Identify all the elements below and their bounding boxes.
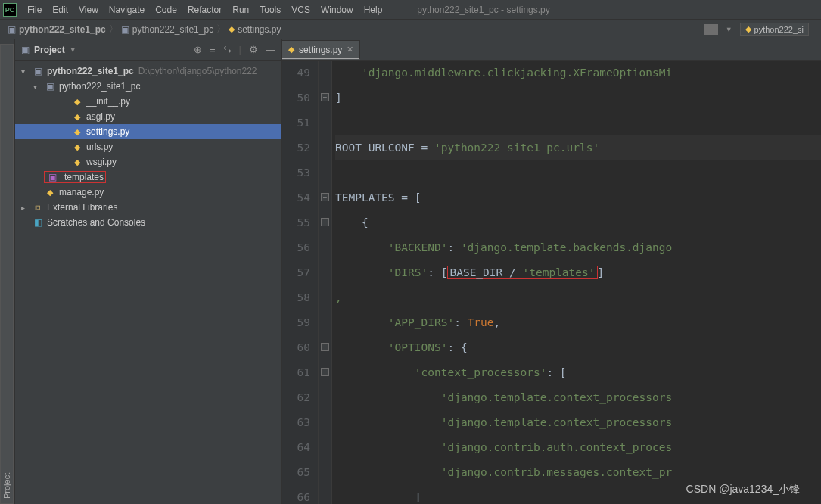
folder-icon: ▣ <box>121 24 129 35</box>
crumb-sep-icon: 〉 <box>109 23 118 36</box>
fold-start-icon[interactable]: – <box>321 368 329 376</box>
python-file-icon: ◆ <box>229 24 235 34</box>
project-panel: ▣ Project ▼ ⊕ ≡ ⇆ | ⚙ — ▾▣ python222_sit… <box>15 39 282 504</box>
python-file-icon: ◆ <box>71 127 83 137</box>
watermark: CSDN @java1234_小锋 <box>686 483 800 496</box>
tree-file-asgi[interactable]: ◆ asgi.py <box>15 109 281 124</box>
python-file-icon: ◆ <box>44 188 56 198</box>
chevron-down-icon[interactable]: ▼ <box>726 26 732 33</box>
project-tree: ▾▣ python222_site1_pcD:\python\django5\p… <box>15 61 281 233</box>
titlebar: PC File Edit View Navigate Code Refactor… <box>0 0 821 20</box>
crumb-pkg[interactable]: ▣ python222_site1_pc <box>121 24 213 35</box>
project-title: Project <box>34 45 65 55</box>
menu-help[interactable]: Help <box>359 3 387 17</box>
tree-file-urls[interactable]: ◆ urls.py <box>15 139 281 154</box>
python-file-icon: ◆ <box>71 112 83 122</box>
editor-tab-settings[interactable]: ◆ settings.py ✕ <box>282 40 360 60</box>
code-content[interactable]: 'django.middleware.clickjacking.XFrameOp… <box>332 61 821 504</box>
menu-tools[interactable]: Tools <box>255 3 285 17</box>
fold-start-icon[interactable]: – <box>321 343 329 351</box>
tree-file-init[interactable]: ◆ __init__.py <box>15 94 281 109</box>
project-toolbar: ▣ Project ▼ ⊕ ≡ ⇆ | ⚙ — <box>15 39 281 61</box>
tree-file-wsgi[interactable]: ◆ wsgi.py <box>15 154 281 170</box>
tree-manage[interactable]: ◆ manage.py <box>15 185 281 200</box>
menu-code[interactable]: Code <box>151 3 182 17</box>
fold-end-icon[interactable]: – <box>321 93 329 101</box>
app-icon: PC <box>3 3 17 17</box>
gear-icon[interactable]: ⚙ <box>249 44 258 55</box>
main-area: Project ▣ Project ▼ ⊕ ≡ ⇆ | ⚙ — ▾▣ pytho… <box>0 39 821 504</box>
folder-icon: ▣ <box>44 81 56 92</box>
tree-ext-libs[interactable]: ▸⧈ External Libraries <box>15 200 281 215</box>
tree-root[interactable]: ▾▣ python222_site1_pcD:\python\django5\p… <box>15 64 281 79</box>
collapse-all-icon[interactable]: ⇆ <box>223 44 232 55</box>
gutter: 495051 525354 555657 585960 616263 64656… <box>282 61 319 504</box>
folder-icon: ▣ <box>32 66 44 76</box>
close-icon[interactable]: ✕ <box>347 45 353 54</box>
python-file-icon: ◆ <box>71 142 83 152</box>
menu-navigate[interactable]: Navigate <box>104 3 149 17</box>
expand-all-icon[interactable]: ≡ <box>210 44 216 55</box>
main-menu: File Edit View Navigate Code Refactor Ru… <box>23 3 387 17</box>
menu-window[interactable]: Window <box>316 3 358 17</box>
libraries-icon: ⧈ <box>32 202 44 213</box>
user-icon[interactable] <box>704 24 718 35</box>
menu-view[interactable]: View <box>74 3 103 17</box>
tree-file-settings[interactable]: ◆ settings.py <box>15 124 281 139</box>
fold-start-icon[interactable]: – <box>321 193 329 201</box>
python-file-icon: ◆ <box>71 97 83 107</box>
python-file-icon: ◆ <box>71 157 83 167</box>
editor-tabs: ◆ settings.py ✕ <box>282 39 821 61</box>
editor-area: ◆ settings.py ✕ 495051 525354 555657 585… <box>282 39 821 504</box>
crumb-file[interactable]: ◆ settings.py <box>229 24 281 35</box>
select-opened-icon[interactable]: ⊕ <box>194 44 202 55</box>
menu-file[interactable]: File <box>23 3 46 17</box>
templates-folder-icon: ▣ <box>46 172 58 182</box>
menu-run[interactable]: Run <box>228 3 253 17</box>
menu-edit[interactable]: Edit <box>48 3 73 17</box>
python-file-icon: ◆ <box>288 45 294 54</box>
side-tab-project[interactable]: Project <box>0 44 14 504</box>
right-tab[interactable]: ◆ python222_si <box>740 23 809 36</box>
project-icon: ▣ <box>21 45 30 55</box>
fold-gutter: – – – – – <box>319 61 332 504</box>
editor-body[interactable]: 495051 525354 555657 585960 616263 64656… <box>282 61 821 504</box>
crumb-sep-icon: 〉 <box>216 23 225 36</box>
hide-icon[interactable]: — <box>266 44 275 55</box>
window-title: python222_site1_pc - settings.py <box>417 5 549 15</box>
breadcrumb-bar: ▣ python222_site1_pc 〉 ▣ python222_site1… <box>0 20 821 39</box>
tree-scratches[interactable]: ◧ Scratches and Consoles <box>15 215 281 230</box>
chevron-down-icon[interactable]: ▼ <box>70 46 76 54</box>
fold-start-icon[interactable]: – <box>321 218 329 226</box>
tree-package[interactable]: ▾▣ python222_site1_pc <box>15 79 281 94</box>
menu-refactor[interactable]: Refactor <box>183 3 226 17</box>
tree-templates[interactable]: ▣ templates <box>15 170 281 185</box>
side-tab-rail: Project <box>0 39 15 504</box>
folder-icon: ▣ <box>8 24 16 35</box>
python-file-icon: ◆ <box>745 24 751 34</box>
menu-vcs[interactable]: VCS <box>287 3 315 17</box>
crumb-root[interactable]: ▣ python222_site1_pc <box>8 24 106 35</box>
scratches-icon: ◧ <box>32 217 44 228</box>
